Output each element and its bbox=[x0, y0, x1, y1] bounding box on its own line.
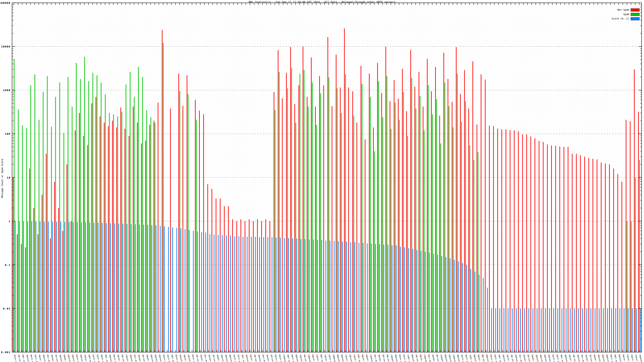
bar-spam bbox=[43, 92, 44, 352]
bar-notspam bbox=[274, 92, 274, 352]
bar-spam bbox=[403, 92, 404, 352]
y-tick-label: 10000 bbox=[1, 45, 10, 48]
bar-score bbox=[77, 222, 78, 352]
bar-score bbox=[532, 309, 533, 352]
bar-score bbox=[81, 222, 82, 352]
legend-row-notspam: Not Spam bbox=[612, 8, 640, 12]
bar-spam bbox=[34, 74, 35, 352]
bar-notspam bbox=[17, 234, 18, 352]
bar-score bbox=[131, 224, 132, 352]
y-tick-label: 10 bbox=[7, 176, 10, 179]
bar-notspam bbox=[481, 74, 482, 352]
bar-notspam bbox=[79, 113, 80, 352]
bar-score bbox=[470, 269, 471, 352]
bar-notspam bbox=[34, 208, 34, 352]
bar-score bbox=[152, 225, 152, 352]
y-tick-label: 0.01 bbox=[3, 307, 10, 310]
bar-notspam bbox=[427, 59, 428, 352]
bar-score bbox=[541, 309, 542, 352]
bar-spam bbox=[407, 136, 408, 352]
bar-score bbox=[122, 224, 123, 352]
bar-notspam bbox=[381, 93, 382, 352]
bar-notspam bbox=[410, 50, 411, 352]
bar-notspam bbox=[96, 97, 96, 352]
bar-score bbox=[508, 309, 508, 352]
bar-score bbox=[27, 221, 28, 352]
bar-score bbox=[388, 245, 388, 352]
bar-spam bbox=[354, 116, 354, 352]
bar-spam bbox=[130, 72, 130, 352]
bar-score bbox=[578, 309, 579, 352]
bar-notspam bbox=[91, 103, 92, 352]
bar-score bbox=[89, 223, 90, 352]
bar-notspam bbox=[506, 129, 506, 352]
bar-spam bbox=[639, 160, 640, 352]
legend: Not Spam Spam Score (0..1) bbox=[612, 8, 640, 21]
bar-spam bbox=[428, 85, 429, 352]
bar-notspam bbox=[444, 53, 444, 352]
bar-notspam bbox=[618, 174, 618, 352]
bar-score bbox=[226, 236, 227, 352]
bar-notspam bbox=[592, 159, 593, 352]
bar-spam bbox=[362, 84, 362, 352]
bar-notspam bbox=[75, 130, 76, 352]
bar-spam bbox=[68, 77, 68, 352]
bar-score bbox=[127, 224, 128, 352]
bar-spam bbox=[465, 101, 466, 352]
bar-notspam bbox=[543, 142, 544, 352]
bar-score bbox=[437, 255, 438, 352]
bar-spam bbox=[374, 151, 375, 352]
bar-notspam bbox=[120, 108, 121, 352]
bar-notspam bbox=[220, 199, 220, 352]
bar-notspam bbox=[456, 47, 456, 352]
bar-score bbox=[218, 235, 218, 352]
bar-notspam bbox=[386, 47, 386, 352]
bar-score bbox=[309, 240, 310, 352]
bar-spam bbox=[84, 57, 85, 352]
bar-score bbox=[524, 309, 525, 352]
bar-spam bbox=[30, 85, 31, 352]
bar-score bbox=[322, 240, 322, 352]
bar-spam bbox=[291, 68, 292, 352]
bar-score bbox=[180, 228, 181, 352]
bar-notspam bbox=[613, 169, 614, 352]
bar-score bbox=[562, 309, 562, 352]
bar-score bbox=[516, 309, 516, 352]
bar-spam bbox=[635, 178, 636, 352]
bar-spam bbox=[146, 110, 147, 352]
bar-notspam bbox=[580, 155, 581, 352]
bar-notspam bbox=[597, 159, 597, 352]
bar-notspam bbox=[530, 137, 531, 352]
bar-score bbox=[160, 226, 160, 352]
legend-label-notspam: Not Spam bbox=[618, 8, 629, 11]
bar-notspam bbox=[195, 100, 196, 352]
bar-spam bbox=[113, 114, 114, 352]
bar-notspam bbox=[551, 146, 552, 352]
bar-notspam bbox=[319, 76, 320, 352]
bar-score bbox=[23, 221, 24, 352]
bar-score bbox=[296, 239, 297, 352]
bar-score bbox=[528, 309, 529, 352]
bar-score bbox=[94, 223, 94, 352]
bar-score bbox=[558, 309, 558, 352]
bar-notspam bbox=[46, 154, 46, 352]
bar-notspam bbox=[418, 72, 419, 352]
bar-spam bbox=[51, 127, 52, 352]
bar-score bbox=[379, 244, 380, 352]
bar-notspam bbox=[257, 219, 258, 352]
bar-spam bbox=[448, 106, 449, 352]
bar-notspam bbox=[423, 107, 424, 352]
bar-score bbox=[135, 224, 136, 352]
bar-notspam bbox=[526, 134, 527, 352]
bar-notspam bbox=[62, 231, 63, 352]
bar-notspam bbox=[154, 121, 154, 352]
bar-score bbox=[640, 309, 641, 352]
bar-spam bbox=[64, 133, 64, 352]
bar-notspam bbox=[145, 141, 146, 352]
bar-notspam bbox=[522, 134, 523, 352]
bar-notspam bbox=[402, 69, 403, 352]
bar-score bbox=[292, 239, 293, 352]
bar-score bbox=[19, 221, 20, 352]
bar-score bbox=[238, 236, 239, 352]
bar-notspam bbox=[71, 221, 71, 352]
